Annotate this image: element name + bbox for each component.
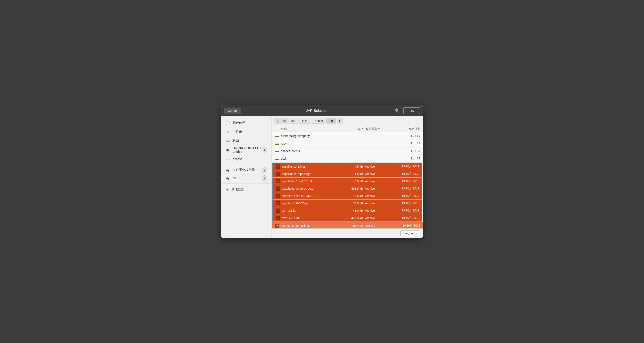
file-size: 691.5 kB [344, 187, 365, 190]
table-row[interactable]: J api-asn1-api-1.0.0-M20… 16.6 kB Archiv… [272, 192, 422, 200]
breadcrumb-forward-button[interactable]: ► [337, 118, 344, 124]
ok-button[interactable]: OK [403, 107, 420, 114]
jar-icon: J [275, 216, 281, 220]
folder-icon: ▬ [274, 134, 280, 138]
breadcrumb-hbase[interactable]: hbase [312, 118, 326, 124]
file-size: 79.9 kB [344, 202, 365, 205]
file-type: Archive [365, 172, 388, 176]
folder-icon: ▬ [274, 141, 280, 146]
file-date: 11：39 [388, 142, 420, 145]
table-row[interactable]: J commons-beanutils-co… 206.0 kB Archive… [272, 222, 422, 228]
recent-icon: 🕐 [226, 121, 230, 125]
header-actions: 🔍 OK [393, 107, 420, 114]
col-header-name: 名称 [274, 127, 344, 131]
table-row[interactable]: ▬ ruby 11：39 [272, 140, 422, 147]
sidebar-label-efi: efi [233, 176, 262, 180]
filter-label: *.jar;*.zip [403, 232, 414, 235]
cancel-button[interactable]: Cancel [224, 108, 241, 114]
sidebar-item-desktop[interactable]: ▭ 桌面 [222, 136, 272, 145]
dialog-body: 🕐 最近使用 ⌂ 主目录 ▭ 桌面 ◉ Ubuntu 20.04.4 LTS a… [222, 116, 422, 238]
sidebar-item-other[interactable]: ＋ 其他位置 [222, 185, 272, 194]
sidebar-label-recent: 最近使用 [233, 121, 245, 125]
eject-filesystem-button[interactable]: ▲ [262, 167, 267, 173]
sidebar-label-home: 主目录 [233, 130, 242, 134]
table-row[interactable]: J aopalliance-repackage… 14.8 kB Archive… [272, 170, 422, 178]
file-date: 19 10月 2019 [388, 187, 419, 190]
breadcrumb-local[interactable]: local [299, 118, 311, 124]
sidebar-item-filesystem[interactable]: ◉ 文件系统根目录 ▲ [222, 166, 272, 174]
table-row[interactable]: J api-util-1.0.0-M20.jar 79.9 kB Archive… [272, 200, 422, 207]
dropdown-arrow-icon: ▼ [416, 232, 418, 234]
file-name: client-facing-thirdparty [280, 134, 344, 138]
file-size: 436.3 kB [344, 216, 365, 220]
sidebar-item-home[interactable]: ⌂ 主目录 [222, 128, 272, 136]
jar-icon: J [275, 164, 281, 169]
col-header-type[interactable]: 数据类型 ▼ [366, 127, 388, 131]
file-name: api-asn1-api-1.0.0-M20… [281, 194, 344, 198]
home-icon: ⌂ [226, 130, 230, 134]
file-date: 19 10月 2019 [388, 179, 419, 183]
table-row[interactable]: ▬ shaded-clients 11：39 [272, 147, 422, 155]
col-header-date: 修改日期 [388, 127, 420, 131]
efi-icon: ◉ [226, 176, 230, 180]
breadcrumb: ◄ ⊞ usr local hbase lib ► [272, 116, 422, 126]
sidebar-item-eclipse[interactable]: ▭ eclipse [222, 155, 272, 163]
table-row[interactable]: J asm-3.1.jar 43.0 kB Archive 19 10月 201… [272, 207, 422, 214]
table-row[interactable]: ▬ client-facing-thirdparty 11：39 [272, 132, 422, 140]
file-size: 44.9 kB [344, 180, 365, 183]
file-name: ruby [280, 142, 344, 145]
search-button[interactable]: 🔍 [393, 107, 402, 114]
file-date: 11：39 [388, 149, 420, 153]
file-type: Archive [365, 180, 388, 183]
file-name: zkcli [280, 157, 344, 160]
jar-icon: J [275, 172, 281, 176]
eject-efi-button[interactable]: ▲ [262, 175, 267, 181]
breadcrumb-back-button[interactable]: ◄ [274, 118, 281, 124]
sort-arrow-icon: ▼ [378, 128, 380, 130]
file-name: aopalliance-repackage… [281, 172, 344, 176]
file-date: 19 10月 2019 [388, 165, 419, 168]
sidebar-item-ubuntu[interactable]: ◉ Ubuntu 20.04.4 LTS amd64 ▲ [222, 145, 272, 155]
col-header-size: 大小 [344, 127, 366, 131]
file-name: avro-1.7.7.jar [281, 216, 344, 220]
breadcrumb-folder-button[interactable]: ⊞ [281, 118, 288, 124]
file-list: ▬ client-facing-thirdparty 11：39 ▬ ruby … [272, 132, 422, 228]
table-row[interactable]: J apacheds-kerberos-co… 691.5 kB Archive… [272, 185, 422, 192]
sidebar-label-eclipse: eclipse [233, 157, 242, 161]
breadcrumb-usr[interactable]: usr [288, 118, 298, 124]
file-date: 19 10月 2019 [388, 194, 419, 198]
table-row[interactable]: ▬ zkcli 11：39 [272, 155, 422, 163]
file-type: Archive [365, 216, 388, 220]
column-headers: 名称 大小 数据类型 ▼ 修改日期 [272, 126, 422, 132]
file-date: 19 10月 2019 [388, 209, 419, 212]
ubuntu-icon: ◉ [226, 147, 230, 152]
table-row[interactable]: J apacheds-i18n-2.0.0-M… 44.9 kB Archive… [272, 178, 422, 185]
main-content: ◄ ⊞ usr local hbase lib ► 名称 大小 数据类型 ▼ 修… [272, 116, 422, 238]
folder-icon: ▬ [274, 149, 280, 153]
file-size: 43.0 kB [344, 209, 365, 212]
sidebar-label-ubuntu: Ubuntu 20.04.4 LTS amd64 [233, 146, 262, 153]
file-date: 19 10月 2019 [388, 172, 419, 176]
sidebar-item-efi[interactable]: ◉ efi ▲ [222, 174, 272, 182]
filesystem-icon: ◉ [226, 168, 230, 172]
table-row[interactable]: J aopalliance-1.0.jar 4.5 kB Archive 19 … [272, 163, 422, 170]
add-icon: ＋ [226, 187, 229, 192]
jar-icon: J [275, 209, 281, 213]
desktop-icon: ▭ [226, 138, 230, 143]
file-name: apacheds-kerberos-co… [281, 187, 344, 190]
jar-icon: J [275, 179, 281, 183]
file-type: Archive [365, 187, 388, 190]
jar-selection-dialog: Cancel JAR Selection 🔍 OK 🕐 最近使用 ⌂ 主目录 ▭… [222, 105, 422, 238]
file-date: 19 10月 2019 [388, 216, 419, 220]
table-row[interactable]: J avro-1.7.7.jar 436.3 kB Archive 19 10月… [272, 214, 422, 222]
eclipse-icon: ▭ [226, 157, 230, 161]
breadcrumb-lib[interactable]: lib [326, 118, 336, 124]
file-type: Archive [365, 209, 388, 212]
jar-icon: J [274, 224, 280, 228]
filter-dropdown[interactable]: *.jar;*.zip ▼ [400, 230, 420, 236]
sidebar-divider [222, 165, 272, 165]
eject-ubuntu-button[interactable]: ▲ [262, 147, 267, 153]
sidebar-item-recent[interactable]: 🕐 最近使用 [222, 119, 272, 128]
file-size: 14.8 kB [344, 172, 365, 176]
file-size: 4.5 kB [344, 165, 365, 168]
